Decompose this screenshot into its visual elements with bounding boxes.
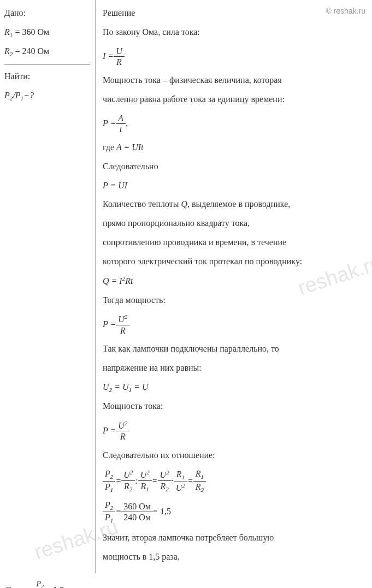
- u2-sym: U: [103, 382, 109, 391]
- frac-u2-r-2: U2 R: [116, 420, 129, 442]
- horizontal-divider: [4, 64, 90, 64]
- find-expression: P2/P1−?: [4, 88, 90, 104]
- heat-4: которого электрический ток протекал по п…: [103, 254, 367, 270]
- frac-den-r: R: [114, 57, 125, 67]
- heat-1: Количество теплоты Q, выделяемое в прово…: [103, 197, 367, 212]
- given-title: Дано:: [4, 5, 90, 21]
- therefore-1: Следовательно: [103, 159, 367, 175]
- find-question: −?: [23, 91, 34, 100]
- frac-den-t: t: [116, 124, 126, 134]
- frac-360-240: 360 Ом 240 Ом: [121, 501, 153, 522]
- u2-r2-num-b: U2: [158, 469, 172, 481]
- r2-value: = 240 Ом: [13, 46, 49, 56]
- eq-current: I = U R: [103, 46, 367, 67]
- frac-num-a: A: [116, 113, 126, 124]
- p2-num-calc: P2: [103, 500, 115, 513]
- eq-ratio-calc: P2 P1 = 360 Ом 240 Ом = 1,5: [103, 500, 367, 525]
- frac-p2-p1: P2 P1: [103, 468, 115, 494]
- frac-u2-r1: U2 R1: [138, 469, 152, 493]
- eq-p-ui: P = UI: [103, 178, 367, 194]
- eq-p-u2r-label-2: P =: [103, 423, 116, 439]
- r1-r2-den: R2: [193, 482, 206, 494]
- comma: ,: [126, 116, 128, 132]
- r1-r2-num: R1: [193, 468, 206, 482]
- frac-u2-num-1: U2: [116, 313, 129, 325]
- eq-p-u2r-2: P = U2 R: [103, 420, 367, 442]
- calc-360: 360 Ом: [121, 501, 153, 512]
- where-a-eq: где A = UIt: [103, 140, 367, 156]
- calc-240: 240 Ом: [121, 512, 153, 522]
- u-end: = U: [132, 382, 148, 391]
- find-p2: P: [4, 91, 10, 100]
- therefore-ratio: Следовательно их отношение:: [103, 448, 367, 464]
- r1-value: = 360 Ом: [13, 27, 49, 37]
- right-column: Решение По закону Ома, сила тока: I = U …: [96, 0, 372, 573]
- answer-result: = 1,5: [46, 583, 64, 588]
- ratio-eq-4: =: [115, 504, 121, 520]
- frac-u2-r-1: U2 R: [116, 313, 129, 336]
- power-text-2: численно равна работе тока за единицу вр…: [103, 92, 367, 108]
- frac-u-r: U R: [114, 46, 125, 67]
- heat-2: прямо пропорционально квадрату тока,: [103, 216, 367, 231]
- power-current-text: Мощность тока:: [103, 399, 367, 414]
- u2-r2-num: U2: [121, 469, 135, 481]
- frac-u2-den-1: R: [116, 325, 129, 336]
- u2-r1-num: U2: [138, 469, 152, 481]
- given-r2: R2 = 240 Ом: [4, 44, 90, 60]
- answer-p2: P2: [34, 580, 46, 588]
- answer-row: Ответ: P2 P1 = 1,5: [0, 573, 372, 588]
- eq-i-label: I =: [103, 49, 114, 64]
- p1-den: P1: [103, 482, 115, 494]
- power-text-1: Мощность тока – физическая величина, кот…: [103, 73, 367, 88]
- r1-symbol: R: [4, 27, 10, 37]
- then-power: Тогда мощность:: [103, 293, 367, 308]
- u2-r2-den: R2: [121, 481, 135, 494]
- calc-result: = 1,5: [153, 504, 171, 520]
- eq-p-label: P =: [103, 116, 116, 132]
- eq-power-at: P = A t ,: [103, 113, 367, 134]
- frac-a-t: A t: [116, 113, 126, 134]
- eq-u-equal: U2 = U1 = U: [103, 379, 367, 395]
- eq-q-rest: Rt: [125, 276, 133, 286]
- heat-3: сопротивлению проводника и времени, в те…: [103, 235, 367, 251]
- frac-u2-num-2: U2: [116, 420, 129, 432]
- ohm-law-text: По закону Ома, сила тока:: [103, 25, 367, 40]
- frac-u2-r2: U2 R2: [121, 469, 135, 493]
- u2-r2-den-b: R2: [158, 481, 172, 494]
- u-mid: = U: [112, 382, 128, 391]
- parallel-1: Так как лампочки подключены параллельно,…: [103, 341, 367, 357]
- frac-u2-r2-b: U2 R2: [158, 469, 172, 493]
- main-container: Дано: R1 = 360 Ом R2 = 240 Ом Найти: P2/…: [0, 0, 372, 573]
- parallel-2: напряжение на них равны:: [103, 360, 367, 376]
- p2-num: P2: [103, 468, 115, 482]
- u2-r1-den: R1: [138, 481, 152, 494]
- eq-q-left: Q = I: [103, 276, 122, 286]
- p1-den-calc: P1: [103, 512, 115, 525]
- answer-frac: P2 P1: [34, 580, 46, 588]
- answer-label: Ответ:: [5, 583, 30, 588]
- solution-title: Решение: [103, 5, 367, 21]
- frac-p2-p1-calc: P2 P1: [103, 500, 115, 525]
- r1-u2-den: U2: [174, 482, 187, 494]
- frac-u2-den-2: R: [116, 431, 129, 442]
- eq-p-u2r-label: P =: [103, 317, 116, 332]
- conclusion-1: Значит, вторая лампочка потребляет больш…: [103, 530, 367, 546]
- given-r1: R1 = 360 Ом: [4, 25, 90, 40]
- r1-u2-num: R1: [174, 469, 187, 482]
- ratio-eq-2: =: [152, 473, 158, 489]
- conclusion-2: мощность в 1,5 раза.: [103, 549, 367, 565]
- ratio-eq-1: =: [115, 473, 121, 489]
- frac-r1-u2: R1 U2: [174, 469, 187, 493]
- ratio-eq-3: =: [187, 473, 193, 489]
- find-p1: P: [15, 91, 21, 100]
- eq-q: Q = I2Rt: [103, 273, 367, 289]
- left-column: Дано: R1 = 360 Ом R2 = 240 Ом Найти: P2/…: [0, 0, 96, 573]
- find-title: Найти:: [4, 69, 90, 85]
- r2-symbol: R: [4, 46, 10, 56]
- frac-r1-r2: R1 R2: [193, 468, 206, 494]
- frac-num-u: U: [114, 46, 125, 57]
- eq-p-u2r-1: P = U2 R: [103, 313, 367, 336]
- eq-ratio-full: P2 P1 = U2 R2 : U2 R1 = U2 R2 · R1 U2: [103, 468, 367, 494]
